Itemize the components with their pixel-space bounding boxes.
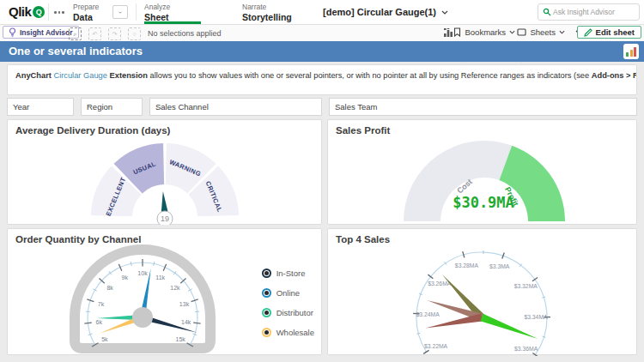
tick-label: 10k (137, 270, 148, 276)
tick-label: 14k (181, 319, 191, 325)
qlik-logo-text: Qlik (9, 4, 31, 19)
nav-analyze-value: Sheet (144, 12, 201, 22)
insight-advisor-label: Insight Advisor (20, 28, 73, 37)
assets-grid-icon[interactable] (443, 27, 453, 38)
tick-label: $3.24MA (416, 311, 440, 317)
nav-narrate-label: Narrate (242, 3, 302, 11)
divider (136, 3, 137, 21)
legend-label: In-Store (276, 268, 306, 278)
gauge-center-value: $30.9MA (453, 194, 514, 211)
tick-label: 12k (170, 285, 180, 291)
insight-advisor-search[interactable] (538, 3, 640, 21)
tick-label: 13k (179, 301, 190, 307)
legend-item-online[interactable]: Online (262, 283, 314, 303)
bookmarks-menu[interactable]: Bookmarks (453, 27, 515, 37)
sheets-label: Sheets (530, 27, 556, 37)
step-forward-icon[interactable]: ↷ (108, 27, 121, 40)
filter-sales-team[interactable]: Sales Team (329, 98, 637, 116)
circular-gauge-link[interactable]: Circular Gauge (52, 71, 107, 80)
qlik-logo-icon: Q (33, 6, 45, 18)
top-4-sales-gauge: $3.22MA$3.24MA$3.26MA$3.28MA$3.3MA$3.32M… (328, 244, 638, 356)
legend-item-distributor[interactable]: Distributor (262, 303, 314, 323)
minor-tick (131, 262, 131, 266)
insight-advisor-button[interactable]: Insight Advisor (3, 26, 79, 39)
chevron-down-icon (559, 30, 565, 34)
description-body: allows you to show values with one or se… (148, 71, 592, 80)
nav-narrate[interactable]: Narrate Storytelling (242, 3, 302, 24)
filter-region[interactable]: Region (81, 98, 143, 116)
selections-status: No selections applied (148, 29, 222, 38)
legend-label: Online (276, 288, 300, 298)
minor-tick (542, 297, 545, 298)
tick-label: $3.36MA (514, 346, 538, 352)
tick-label: 8k (106, 285, 113, 291)
tick-label: $3.32MA (514, 283, 538, 289)
prepare-dropdown-button[interactable] (112, 5, 128, 19)
nav-analyze-label: Analyze (144, 3, 201, 11)
qlik-sense-app: Qlik Q Prepare Data manager Analyze Shee… (0, 0, 644, 362)
app-title-dropdown[interactable]: [demo] Circular Gauge(1) (323, 7, 448, 17)
legend-item-wholesale[interactable]: Wholesale (262, 323, 314, 342)
channel-legend: In-StoreOnlineDistributorWholesale (262, 263, 314, 342)
minor-tick (416, 333, 420, 334)
tick-label: 6k (96, 319, 103, 325)
major-tick (84, 323, 91, 323)
panel-average-delivery-duration[interactable]: Average Delivery Duration (days) EXCELLE… (7, 119, 322, 225)
minor-tick (154, 262, 155, 266)
major-tick (532, 277, 538, 281)
minor-tick (86, 311, 90, 312)
sheet-chart-icon[interactable] (623, 44, 639, 59)
sheet-description: AnyChart Circular Gauge Extension allows… (7, 64, 637, 95)
chevron-down-icon (118, 10, 122, 15)
search-selections-icon[interactable]: ⌕ (69, 27, 82, 40)
panel-title: Top 4 Sales (328, 229, 636, 244)
sheets-menu[interactable]: Sheets (517, 27, 565, 37)
sheet-title: One or several indicators (9, 45, 143, 57)
clear-selections-icon[interactable]: ○ (128, 27, 141, 40)
minor-tick (195, 311, 199, 312)
description-bold: Add-ons > Reference ranges (592, 71, 637, 80)
filter-sales-channel[interactable]: Sales Channel (149, 98, 322, 116)
tick-label: $3.22MA (424, 343, 448, 349)
bookmarks-label: Bookmarks (465, 27, 506, 37)
panel-title: Sales Profit (328, 120, 636, 136)
delivery-duration-gauge: EXCELLENTUSUALWARNINGCRITICAL19 (8, 137, 323, 225)
tick-label: 15k (176, 336, 186, 342)
chevron-down-icon (509, 30, 515, 34)
search-input[interactable] (551, 7, 639, 17)
sheet-title-bar: One or several indicators (0, 41, 644, 62)
chevron-down-icon (441, 10, 448, 15)
top-nav: Qlik Q Prepare Data manager Analyze Shee… (0, 0, 644, 25)
step-back-icon[interactable]: ↶ (88, 27, 101, 40)
panel-order-quantity-by-channel[interactable]: Order Quantity by Channel 5k6k7k8k9k10k1… (7, 228, 322, 355)
legend-marker (262, 288, 271, 298)
sheet-icon (517, 28, 526, 36)
tick-label: 9k (122, 275, 129, 281)
legend-marker (262, 328, 271, 337)
insight-advisor-icon (9, 27, 16, 37)
grid-icon (443, 27, 453, 38)
order-quantity-gauge: 5k6k7k8k9k10k11k12k13k14k15k (8, 244, 265, 356)
bookmark-icon (453, 27, 461, 37)
panel-top-4-sales[interactable]: Top 4 Sales $3.22MA$3.24MA$3.26MA$3.28MA… (327, 228, 637, 355)
edit-sheet-button[interactable]: Edit sheet (577, 26, 641, 39)
legend-item-in-store[interactable]: In-Store (262, 263, 314, 283)
legend-marker (262, 268, 271, 278)
major-tick (532, 353, 538, 356)
edit-sheet-label: Edit sheet (596, 27, 635, 37)
major-tick (193, 323, 200, 323)
legend-label: Distributor (276, 308, 313, 317)
nav-narrate-value: Storytelling (242, 12, 302, 22)
tick-label: $3.34MA (524, 314, 548, 320)
qlik-logo[interactable]: Qlik Q (9, 4, 45, 19)
description-bold: Extension (107, 71, 148, 80)
description-bold: AnyChart (15, 71, 52, 80)
filter-year[interactable]: Year (7, 98, 74, 116)
more-menu-icon[interactable] (54, 11, 64, 14)
legend-marker (262, 308, 271, 317)
sales-profit-gauge: CostProfit$30.9MA (328, 137, 638, 225)
panel-title: Order Quantity by Channel (8, 229, 321, 244)
nav-analyze[interactable]: Analyze Sheet (144, 3, 201, 24)
search-icon (543, 8, 551, 16)
panel-sales-profit[interactable]: Sales Profit CostProfit$30.9MA (327, 119, 637, 225)
